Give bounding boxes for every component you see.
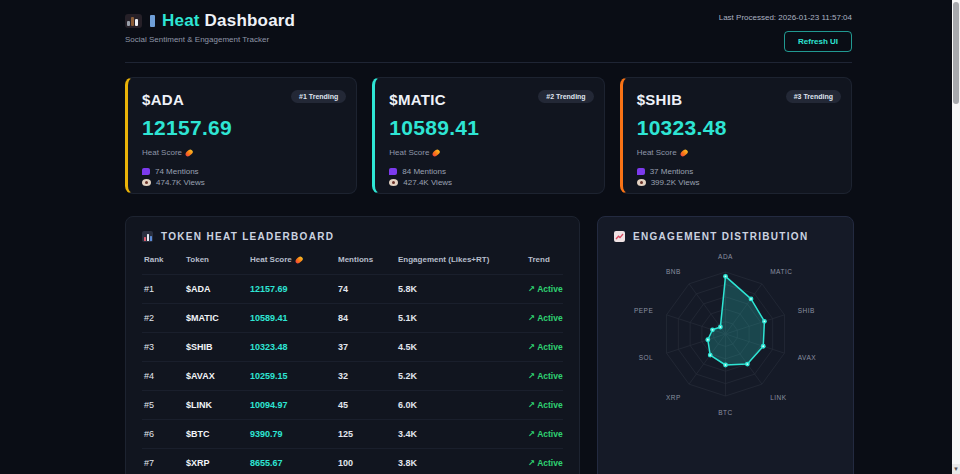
table-row[interactable]: #2 $MATIC 10589.41 84 5.1K ↗ Active <box>142 303 563 332</box>
cell-rank: #6 <box>144 429 186 439</box>
app-header: Heat Dashboard Social Sentiment & Engage… <box>125 0 852 63</box>
col-token: Token <box>186 255 250 264</box>
heat-score-label: Heat Score <box>637 148 677 157</box>
cell-engagement: 5.8K <box>398 284 528 294</box>
cell-heat-score: 10589.41 <box>250 313 338 323</box>
card-stats: 74 Mentions 474.7K Views <box>142 166 342 188</box>
page-title: Heat Dashboard <box>162 11 295 31</box>
leaderboard-title: TOKEN HEAT LEADERBOARD <box>161 231 334 242</box>
mentions-row: 74 Mentions <box>142 166 342 177</box>
trending-card: $SHIB #3 Trending 10323.48 Heat Score 37… <box>620 77 852 194</box>
cell-rank: #7 <box>144 458 186 468</box>
scrollbar-down-arrow[interactable]: ▼ <box>952 464 960 474</box>
col-engagement: Engagement (Likes+RT) <box>398 255 528 264</box>
flame-icon <box>184 148 193 157</box>
radar-chart-wrap: ADAMATICSHIBAVAXLINKBTCXRPSOLPEPEBNB <box>614 252 837 424</box>
views-row: 474.7K Views <box>142 177 342 188</box>
cell-rank: #2 <box>144 313 186 323</box>
cell-heat-score: 9390.79 <box>250 429 338 439</box>
radar-chart: ADAMATICSHIBAVAXLINKBTCXRPSOLPEPEBNB <box>614 252 837 424</box>
title-rest: Dashboard <box>205 11 296 30</box>
chart-increasing-icon <box>614 231 625 242</box>
cell-engagement: 3.8K <box>398 458 528 468</box>
engagement-panel: ENGAGEMENT DISTRIBUTION ADAMATICSHIBAVAX… <box>597 216 854 474</box>
mentions-row: 84 Mentions <box>389 166 589 177</box>
refresh-ui-button[interactable]: Refresh UI <box>784 31 852 52</box>
cell-token: $ADA <box>186 284 250 294</box>
mentions-value: 84 Mentions <box>402 166 446 177</box>
table-row[interactable]: #6 $BTC 9390.79 125 3.4K ↗ Active <box>142 419 563 448</box>
cell-token: $MATIC <box>186 313 250 323</box>
card-heat-label-row: Heat Score <box>389 148 589 157</box>
card-heat-score: 10323.48 <box>637 116 837 140</box>
col-heat-score: Heat Score <box>250 255 338 264</box>
radar-axis-label: MATIC <box>770 268 792 275</box>
trending-card: $MATIC #2 Trending 10589.41 Heat Score 8… <box>372 77 604 194</box>
table-row[interactable]: #7 $XRP 8655.67 100 3.8K ↗ Active <box>142 448 563 474</box>
flame-icon <box>432 148 441 157</box>
scrollbar-thumb[interactable] <box>953 2 959 104</box>
heat-dashboard-page: Heat Dashboard Social Sentiment & Engage… <box>125 0 852 474</box>
col-heat-label: Heat Score <box>250 255 292 264</box>
card-stats: 84 Mentions 427.4K Views <box>389 166 589 188</box>
last-processed-timestamp: Last Processed: 2026-01-23 11:57:04 <box>719 13 852 22</box>
eye-icon <box>637 179 646 186</box>
col-trend: Trend <box>528 255 563 264</box>
table-row[interactable]: #1 $ADA 12157.69 74 5.8K ↗ Active <box>142 274 563 303</box>
lower-grid: TOKEN HEAT LEADERBOARD Rank Token Heat S… <box>125 216 852 474</box>
flame-icon <box>294 255 303 264</box>
cell-mentions: 37 <box>338 342 398 352</box>
trending-rank-badge: #3 Trending <box>786 90 841 103</box>
cell-rank: #1 <box>144 284 186 294</box>
cell-mentions: 125 <box>338 429 398 439</box>
radar-axis-label: SOL <box>639 354 654 361</box>
views-value: 474.7K Views <box>156 177 205 188</box>
cell-rank: #3 <box>144 342 186 352</box>
trending-rank-badge: #2 Trending <box>538 90 593 103</box>
cell-token: $SHIB <box>186 342 250 352</box>
speech-bubble-icon <box>142 168 150 175</box>
cell-trend: ↗ Active <box>528 429 563 439</box>
eye-icon <box>142 179 151 186</box>
views-value: 427.4K Views <box>403 177 452 188</box>
col-mentions: Mentions <box>338 255 398 264</box>
leaderboard-title-row: TOKEN HEAT LEADERBOARD <box>142 231 563 242</box>
engagement-title: ENGAGEMENT DISTRIBUTION <box>633 231 808 242</box>
cell-mentions: 84 <box>338 313 398 323</box>
leaderboard-header-row: Rank Token Heat Score Mentions Engagemen… <box>142 255 563 274</box>
cell-heat-score: 10259.15 <box>250 371 338 381</box>
bar-chart-logo-icon <box>125 14 142 28</box>
logo-row: Heat Dashboard <box>125 11 295 31</box>
cell-token: $BTC <box>186 429 250 439</box>
cell-heat-score: 10323.48 <box>250 342 338 352</box>
cell-trend: ↗ Active <box>528 400 563 410</box>
page-scrollbar[interactable]: ▼ <box>952 0 960 474</box>
views-value: 399.2K Views <box>651 177 700 188</box>
bar-chart-icon <box>142 231 153 242</box>
header-actions: Last Processed: 2026-01-23 11:57:04 Refr… <box>719 11 852 52</box>
radar-axis-label: XRP <box>666 394 681 401</box>
heat-score-label: Heat Score <box>142 148 182 157</box>
radar-axis-label: ADA <box>718 253 733 260</box>
cell-heat-score: 12157.69 <box>250 284 338 294</box>
title-accent: Heat <box>162 11 200 30</box>
cell-heat-score: 10094.97 <box>250 400 338 410</box>
col-rank: Rank <box>144 255 186 264</box>
engagement-title-row: ENGAGEMENT DISTRIBUTION <box>614 231 837 242</box>
table-row[interactable]: #4 $AVAX 10259.15 32 5.2K ↗ Active <box>142 361 563 390</box>
radar-axis-label: PEPE <box>634 307 654 314</box>
card-heat-label-row: Heat Score <box>637 148 837 157</box>
card-heat-score: 10589.41 <box>389 116 589 140</box>
radar-axis-label: BTC <box>718 409 733 416</box>
logo-accent-icon <box>150 15 155 27</box>
views-row: 427.4K Views <box>389 177 589 188</box>
table-row[interactable]: #5 $LINK 10094.97 45 6.0K ↗ Active <box>142 390 563 419</box>
card-heat-score: 12157.69 <box>142 116 342 140</box>
radar-axis-label: SHIB <box>798 307 815 314</box>
cell-token: $AVAX <box>186 371 250 381</box>
views-row: 399.2K Views <box>637 177 837 188</box>
table-row[interactable]: #3 $SHIB 10323.48 37 4.5K ↗ Active <box>142 332 563 361</box>
cell-rank: #5 <box>144 400 186 410</box>
cell-rank: #4 <box>144 371 186 381</box>
heat-score-label: Heat Score <box>389 148 429 157</box>
